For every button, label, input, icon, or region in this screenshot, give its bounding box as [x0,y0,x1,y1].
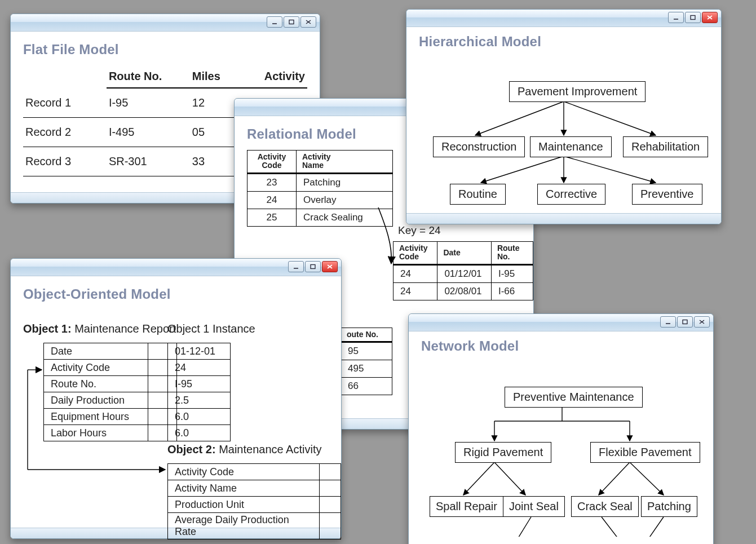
list-item: Production Unit [168,497,341,513]
table-row: 2401/12/01I-95 [394,264,533,282]
window-object-oriented: Object-Oriented Model Object 1: Maintena… [10,258,342,539]
svg-line-31 [602,517,630,537]
node-root: Pavement Improvement [509,81,646,102]
list-item: 6.0 [168,425,231,441]
list-item: I-95 [168,376,231,392]
maximize-button[interactable] [284,16,299,28]
svg-rect-34 [311,265,315,269]
minimize-button[interactable] [668,12,684,23]
close-button[interactable] [322,261,338,272]
svg-line-29 [630,462,664,495]
svg-line-15 [481,156,564,183]
node-flexible: Flexible Pavement [590,442,700,463]
svg-line-30 [509,517,531,537]
table-row: 95 [341,342,392,360]
object2-fields: Activity Code Activity Name Production U… [167,463,341,539]
object1-label: Object 1: Maintenance Report [23,322,176,335]
minimize-button[interactable] [660,316,676,328]
key-label: Key = 24 [398,224,441,237]
col-miles: Miles [190,65,262,88]
window-title: Network Model [421,338,701,354]
list-item: 24 [168,360,231,376]
close-button[interactable] [702,12,718,23]
list-item: Activity Name [168,480,341,497]
titlebar[interactable] [11,259,341,276]
list-item: Average Daily Production Rate [168,513,341,539]
svg-line-17 [564,156,656,183]
table-row: 66 [341,378,392,395]
maximize-button[interactable] [685,12,701,23]
node-corrective: Corrective [537,184,605,205]
maximize-button[interactable] [677,316,693,328]
list-item: Labor Hours [44,425,177,441]
svg-rect-1 [289,20,294,24]
list-item: 01-12-01 [168,343,231,360]
node-routine: Routine [450,184,506,205]
list-item: 6.0 [168,409,231,425]
window-hierarchical: Hierarchical Model Pavement Improvement … [406,9,722,224]
bottom-bar [406,213,721,224]
list-item: Date [44,343,177,360]
table-row: 2402/08/01I-66 [394,282,533,300]
svg-line-27 [494,462,525,495]
node-maintenance: Maintenance [530,136,612,157]
list-item: Equipment Hours [44,409,177,425]
svg-rect-9 [691,16,695,20]
col-activity: Activity [262,65,307,88]
col-date: Date [437,242,492,265]
node-preventive: Preventive [632,184,702,205]
table-row: 495 [341,360,392,378]
titlebar[interactable] [409,314,713,331]
node-joint-seal: Joint Seal [503,496,565,517]
maximize-button[interactable] [305,261,321,272]
node-rehabilitation: Rehabilitation [623,136,708,157]
svg-line-26 [463,462,494,495]
node-crack-seal: Crack Seal [571,496,639,517]
node-reconstruction: Reconstruction [433,136,525,157]
close-button[interactable] [694,316,710,328]
col-route: Route No. [491,242,533,265]
svg-line-28 [599,462,630,495]
node-spall-repair: Spall Repair [430,496,503,517]
col-spacer [23,65,107,88]
minimize-button[interactable] [288,261,304,272]
node-root: Preventive Maintenance [505,387,643,408]
window-network: Network Model Preventive Mainte [408,313,714,544]
col-activity-code: ActivityCode [394,242,437,265]
list-item: Activity Code [44,360,177,376]
relational-table-records: ActivityCode Date Route No. 2401/12/01I-… [393,241,533,300]
svg-line-14 [564,101,656,135]
list-item: Activity Code [168,464,341,480]
object1-values: 01-12-01 24 I-95 2.5 6.0 6.0 [167,343,231,441]
svg-rect-19 [683,320,687,324]
close-button[interactable] [300,16,316,28]
col-route-partial: oute No. [341,328,392,342]
list-item: Daily Production [44,392,177,409]
window-title: Flat File Model [23,42,307,58]
object2-label: Object 2: Maintenance Activity [167,443,321,456]
minimize-button[interactable] [267,16,282,28]
list-item: Route No. [44,376,177,392]
object1-instance-label: Object 1 Instance [167,322,255,335]
object1-fields: Date Activity Code Route No. Daily Produ… [43,343,177,441]
svg-line-32 [638,517,664,537]
titlebar[interactable] [406,10,721,27]
list-item: 2.5 [168,392,231,409]
hierarchy-links [419,58,709,193]
titlebar[interactable] [11,14,320,32]
node-rigid: Rigid Pavement [455,442,551,463]
window-title: Hierarchical Model [419,34,709,50]
col-route: Route No. [107,65,190,88]
relational-table-partial: oute No. 95 495 66 [341,328,392,395]
node-patching: Patching [641,496,697,517]
svg-line-12 [475,101,564,135]
